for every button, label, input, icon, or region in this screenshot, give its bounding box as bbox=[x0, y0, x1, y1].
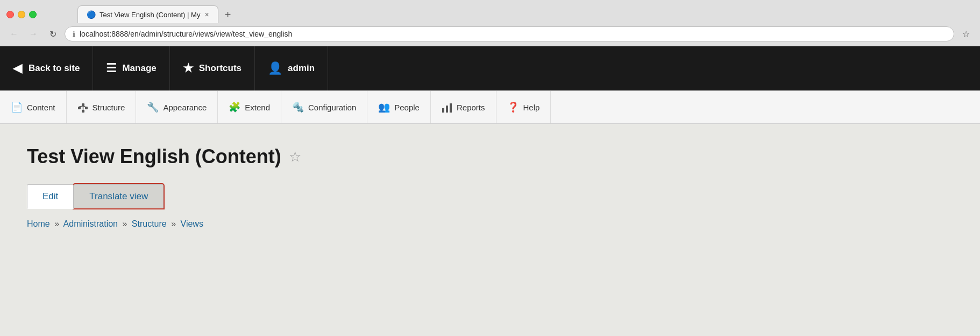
star-icon: ★ bbox=[183, 61, 194, 75]
breadcrumb-sep-1: » bbox=[54, 219, 59, 228]
extend-icon: 🧩 bbox=[229, 101, 240, 113]
new-tab-button[interactable]: + bbox=[221, 7, 236, 22]
tab-bar: 🔵 Test View English (Content) | My × + bbox=[77, 5, 236, 23]
menu-item-reports[interactable]: Reports bbox=[431, 91, 496, 123]
lock-icon: ℹ bbox=[73, 30, 75, 38]
admin-menu: 📄 Content Structure 🔧 Appearance 🧩 Exten… bbox=[0, 90, 980, 124]
people-icon: 👥 bbox=[378, 101, 390, 113]
breadcrumb-administration[interactable]: Administration bbox=[63, 219, 118, 228]
title-bar: 🔵 Test View English (Content) | My × + bbox=[0, 0, 980, 23]
browser-chrome: 🔵 Test View English (Content) | My × + ←… bbox=[0, 0, 980, 46]
tab-favicon-icon: 🔵 bbox=[87, 10, 95, 19]
svg-rect-1 bbox=[82, 103, 84, 106]
reports-icon bbox=[442, 101, 452, 113]
window-controls bbox=[6, 11, 37, 18]
manage-label: Manage bbox=[122, 63, 156, 74]
favorite-star-icon[interactable]: ☆ bbox=[289, 149, 301, 165]
content-label: Content bbox=[27, 103, 55, 112]
content-icon: 📄 bbox=[11, 101, 23, 113]
people-label: People bbox=[394, 103, 420, 112]
admin-label: admin bbox=[288, 63, 315, 74]
breadcrumb-structure[interactable]: Structure bbox=[132, 219, 167, 228]
help-label: Help bbox=[523, 103, 540, 112]
svg-rect-9 bbox=[450, 103, 452, 113]
back-arrow-icon: ◀ bbox=[13, 61, 22, 75]
breadcrumb-sep-3: » bbox=[171, 219, 176, 228]
tab-translate-view[interactable]: Translate view bbox=[74, 184, 164, 208]
breadcrumb: Home » Administration » Structure » View… bbox=[27, 219, 953, 229]
tab-edit[interactable]: Edit bbox=[27, 184, 74, 209]
address-text: localhost:8888/en/admin/structure/views/… bbox=[80, 30, 292, 38]
hamburger-icon: ☰ bbox=[106, 61, 117, 75]
breadcrumb-home[interactable]: Home bbox=[27, 219, 50, 228]
menu-item-configuration[interactable]: 🔩 Configuration bbox=[281, 91, 367, 123]
minimize-window-button[interactable] bbox=[18, 11, 25, 18]
structure-icon bbox=[77, 101, 88, 113]
reports-label: Reports bbox=[457, 103, 485, 112]
configuration-icon: 🔩 bbox=[292, 101, 304, 113]
configuration-label: Configuration bbox=[308, 103, 356, 112]
structure-label: Structure bbox=[93, 103, 125, 112]
extend-label: Extend bbox=[245, 103, 270, 112]
page-title-row: Test View English (Content) ☆ bbox=[27, 145, 953, 168]
shortcuts-button[interactable]: ★ Shortcuts bbox=[170, 46, 255, 90]
close-window-button[interactable] bbox=[6, 11, 14, 18]
menu-item-extend[interactable]: 🧩 Extend bbox=[218, 91, 281, 123]
admin-toolbar: ◀ Back to site ☰ Manage ★ Shortcuts 👤 ad… bbox=[0, 46, 980, 90]
shortcuts-label: Shortcuts bbox=[199, 63, 242, 74]
tab-title: Test View English (Content) | My bbox=[100, 11, 200, 19]
breadcrumb-sep-2: » bbox=[122, 219, 127, 228]
svg-rect-3 bbox=[82, 110, 84, 113]
menu-item-structure[interactable]: Structure bbox=[67, 91, 137, 123]
address-bar[interactable]: ℹ localhost:8888/en/admin/structure/view… bbox=[65, 26, 954, 41]
tab-close-icon[interactable]: × bbox=[204, 10, 209, 19]
refresh-button[interactable]: ↻ bbox=[45, 26, 60, 41]
breadcrumb-views[interactable]: Views bbox=[181, 219, 203, 228]
back-to-site-label: Back to site bbox=[29, 63, 80, 74]
menu-item-content[interactable]: 📄 Content bbox=[0, 91, 67, 123]
menu-item-people[interactable]: 👥 People bbox=[367, 91, 431, 123]
maximize-window-button[interactable] bbox=[29, 11, 37, 18]
help-icon: ❓ bbox=[507, 101, 519, 113]
svg-rect-7 bbox=[442, 108, 444, 113]
menu-item-appearance[interactable]: 🔧 Appearance bbox=[136, 91, 218, 123]
admin-user-button[interactable]: 👤 admin bbox=[255, 46, 328, 90]
bookmark-button[interactable]: ☆ bbox=[958, 26, 974, 41]
back-to-site-button[interactable]: ◀ Back to site bbox=[0, 46, 93, 90]
appearance-label: Appearance bbox=[163, 103, 207, 112]
active-tab[interactable]: 🔵 Test View English (Content) | My × bbox=[77, 5, 218, 23]
page-title: Test View English (Content) bbox=[27, 145, 281, 168]
user-icon: 👤 bbox=[268, 61, 282, 75]
svg-rect-0 bbox=[78, 107, 81, 109]
appearance-icon: 🔧 bbox=[147, 101, 159, 113]
svg-rect-2 bbox=[85, 107, 88, 109]
address-bar-row: ← → ↻ ℹ localhost:8888/en/admin/structur… bbox=[0, 23, 980, 46]
svg-line-4 bbox=[79, 106, 83, 107]
svg-rect-8 bbox=[446, 106, 448, 113]
forward-button[interactable]: → bbox=[26, 26, 41, 41]
menu-item-help[interactable]: ❓ Help bbox=[496, 91, 551, 123]
back-button[interactable]: ← bbox=[6, 26, 22, 41]
page-content: Test View English (Content) ☆ Edit Trans… bbox=[0, 124, 980, 250]
manage-button[interactable]: ☰ Manage bbox=[93, 46, 169, 90]
tabs-row: Edit Translate view bbox=[27, 184, 953, 208]
